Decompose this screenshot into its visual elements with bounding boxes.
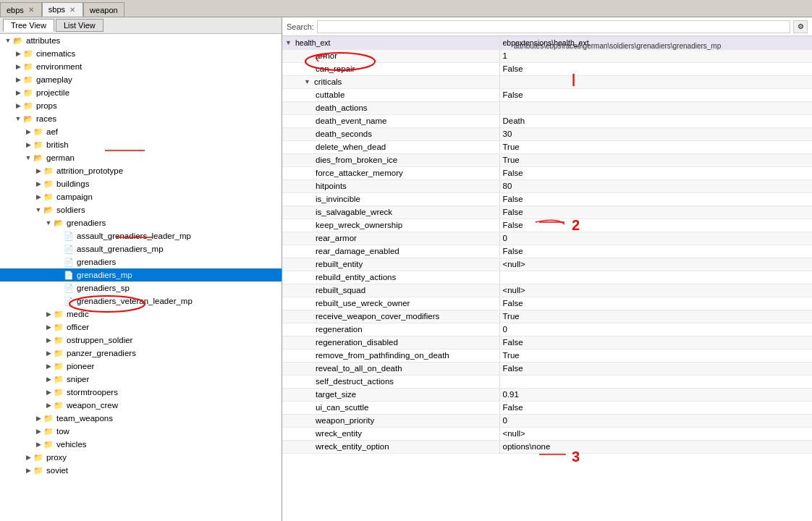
tree-item-medic[interactable]: ▶ medic	[0, 308, 282, 321]
tree-item-soldiers[interactable]: ▼ soldiers	[0, 203, 282, 216]
prop-row-force_attacker_memory[interactable]: force_attacker_memoryFalse	[282, 166, 812, 179]
prop-row-keep_wreck_ownership[interactable]: keep_wreck_ownershipFalse	[282, 219, 812, 232]
tree-item-grenadiers-sp[interactable]: grenadiers_sp	[0, 281, 282, 295]
tree-item-races[interactable]: ▼ races	[0, 112, 282, 125]
expander-health-ext[interactable]: ▼	[285, 39, 294, 46]
prop-row-hitpoints[interactable]: hitpoints80	[282, 179, 812, 192]
tree-item-pioneer[interactable]: ▶ pioneer	[0, 360, 282, 373]
tree-item-gameplay[interactable]: ▶ gameplay	[0, 73, 282, 86]
tree-item-veteran-leader[interactable]: grenadiers_veteran_leader_mp	[0, 295, 282, 308]
prop-row-reveal_to_all_on_death[interactable]: reveal_to_all_on_deathFalse	[282, 362, 812, 375]
tree-item-projectile[interactable]: ▶ projectile	[0, 86, 282, 99]
tree-item-campaign[interactable]: ▶ campaign	[0, 190, 282, 203]
prop-row-receive_weapon_cover_modifiers[interactable]: receive_weapon_cover_modifiersTrue	[282, 310, 812, 323]
prop-row-is_invincible[interactable]: is_invincibleFalse	[282, 192, 812, 206]
tree-item-weapon-crew[interactable]: ▶ weapon_crew	[0, 399, 282, 412]
tab-weapon[interactable]: weapon	[83, 2, 124, 17]
prop-row-can_repair[interactable]: can_repairFalse	[282, 62, 812, 75]
expander-races[interactable]: ▼	[13, 115, 23, 122]
list-view-button[interactable]: List View	[56, 19, 103, 32]
tree-item-cinematics[interactable]: ▶ cinematics	[0, 47, 282, 60]
expander-soviet[interactable]: ▶	[23, 467, 33, 474]
expander-panzer-grenadiers[interactable]: ▶	[43, 350, 54, 357]
tree-item-ostruppen[interactable]: ▶ ostruppen_soldier	[0, 334, 282, 347]
expander-ostruppen[interactable]: ▶	[43, 336, 54, 344]
expander-team-weapons[interactable]: ▶	[33, 415, 43, 422]
tree-item-german[interactable]: ▼ german	[0, 151, 282, 164]
tree-item-attributes[interactable]: ▼ attributes	[0, 34, 282, 47]
prop-row-target_size[interactable]: target_size0.91	[282, 388, 812, 401]
prop-row-dies_from_broken_ice[interactable]: dies_from_broken_iceTrue	[282, 153, 812, 166]
tree-item-officer[interactable]: ▶ officer	[0, 321, 282, 334]
tree-item-sniper[interactable]: ▶ sniper	[0, 373, 282, 386]
prop-row-rear_damage_enabled[interactable]: rear_damage_enabledFalse	[282, 245, 812, 258]
expander-german[interactable]: ▼	[23, 154, 33, 161]
tree-item-tow[interactable]: ▶ tow	[0, 425, 282, 438]
expander-pioneer[interactable]: ▶	[43, 363, 54, 370]
prop-row-rebuild_entity_actions[interactable]: rebuild_entity_actions	[282, 271, 812, 284]
tree-item-assault-leader-mp[interactable]: assault_grenadiers_leader_mp	[0, 229, 282, 242]
expander-attrition[interactable]: ▶	[33, 167, 43, 174]
prop-row-death_seconds[interactable]: death_seconds30	[282, 127, 812, 140]
expander-proxy[interactable]: ▶	[23, 454, 33, 461]
prop-row-death_actions[interactable]: death_actions	[282, 101, 812, 114]
prop-row-rebuilt_entity[interactable]: rebuilt_entity<null>	[282, 258, 812, 271]
tree-view-button[interactable]: Tree View	[3, 19, 54, 32]
tree-item-aef[interactable]: ▶ aef	[0, 125, 282, 138]
tab-ebps[interactable]: ebps ✕	[0, 2, 42, 17]
expander-environment[interactable]: ▶	[13, 63, 23, 70]
tree-item-soviet[interactable]: ▶ soviet	[0, 464, 282, 477]
tree-item-vehicles[interactable]: ▶ vehicles	[0, 438, 282, 451]
prop-row-regeneration[interactable]: regeneration0	[282, 323, 812, 336]
prop-row-rebuilt_squad[interactable]: rebuilt_squad<null>	[282, 284, 812, 297]
prop-row-criticals[interactable]: ▼criticals	[282, 75, 812, 88]
prop-row-is_salvagable_wreck[interactable]: is_salvagable_wreckFalse	[282, 206, 812, 219]
expander-buildings[interactable]: ▶	[33, 180, 43, 187]
tree-item-props[interactable]: ▶ props	[0, 99, 282, 112]
expander-british[interactable]: ▶	[23, 141, 33, 148]
search-input[interactable]	[317, 20, 790, 33]
prop-row-rear_armor[interactable]: rear_armor0	[282, 232, 812, 245]
tab-sbps-close[interactable]: ✕	[68, 5, 77, 14]
tree-item-buildings[interactable]: ▶ buildings	[0, 177, 282, 190]
tree-item-team-weapons[interactable]: ▶ team_weapons	[0, 412, 282, 425]
expander-medic[interactable]: ▶	[43, 310, 54, 318]
prop-row-self_destruct_actions[interactable]: self_destruct_actions	[282, 375, 812, 388]
prop-row-wreck_entity[interactable]: wreck_entity<null>	[282, 427, 812, 440]
expander-grenadiers-folder[interactable]: ▼	[43, 219, 54, 226]
search-button[interactable]: ⚙	[793, 20, 808, 33]
expander-soldiers[interactable]: ▼	[33, 206, 43, 213]
expander-props[interactable]: ▶	[13, 102, 23, 109]
tree-container[interactable]: ▼ attributes ▶ cinematics ▶ environment	[0, 34, 282, 521]
tree-item-assault-mp[interactable]: assault_grenadiers_mp	[0, 242, 282, 255]
prop-row-weapon_priority[interactable]: weapon_priority0	[282, 414, 812, 427]
prop-row-remove_from_pathfinding_on_death[interactable]: remove_from_pathfinding_on_deathTrue	[282, 349, 812, 362]
tree-item-panzer-grenadiers[interactable]: ▶ panzer_grenadiers	[0, 347, 282, 360]
prop-row-death_event_name[interactable]: death_event_nameDeath	[282, 114, 812, 127]
expander-sniper[interactable]: ▶	[43, 376, 54, 383]
expander-campaign[interactable]: ▶	[33, 193, 43, 200]
expander-cinematics[interactable]: ▶	[13, 50, 23, 57]
tree-item-proxy[interactable]: ▶ proxy	[0, 451, 282, 464]
prop-row-armor[interactable]: armor1	[282, 49, 812, 62]
prop-row-regeneration_disabled[interactable]: regeneration_disabledFalse	[282, 336, 812, 349]
expander-tow[interactable]: ▶	[33, 428, 43, 435]
expander-criticals[interactable]: ▼	[304, 78, 313, 85]
expander-stormtroopers[interactable]: ▶	[43, 389, 54, 396]
prop-row-delete_when_dead[interactable]: delete_when_deadTrue	[282, 140, 812, 153]
expander-gameplay[interactable]: ▶	[13, 76, 23, 83]
tree-item-grenadiers-mp[interactable]: grenadiers_mp	[0, 268, 282, 281]
tree-item-environment[interactable]: ▶ environment	[0, 60, 282, 73]
tab-sbps[interactable]: sbps ✕	[42, 2, 83, 17]
expander-vehicles[interactable]: ▶	[33, 441, 43, 448]
tree-item-grenadiers-folder[interactable]: ▼ grenadiers	[0, 216, 282, 229]
expander-weapon-crew[interactable]: ▶	[43, 402, 54, 409]
tree-item-grenadiers-file[interactable]: grenadiers	[0, 255, 282, 268]
tree-item-british[interactable]: ▶ british	[0, 138, 282, 151]
tab-ebps-close[interactable]: ✕	[27, 6, 35, 14]
prop-row-cuttable[interactable]: cuttableFalse	[282, 88, 812, 101]
expander-attributes[interactable]: ▼	[3, 37, 13, 44]
prop-row-ui_can_scuttle[interactable]: ui_can_scuttleFalse	[282, 401, 812, 414]
tree-item-attrition[interactable]: ▶ attrition_prototype	[0, 164, 282, 177]
prop-row-wreck_entity_option[interactable]: wreck_entity_optionoptions\none	[282, 440, 812, 453]
